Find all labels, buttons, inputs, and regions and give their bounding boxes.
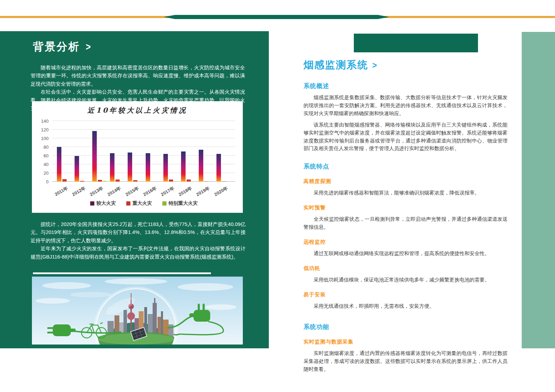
y-axis-tick: 100 (35, 136, 49, 141)
stats-paragraph: 据统计，2020年全国共接报火灾25.2万起，死亡1183人，受伤775人，直接… (31, 220, 246, 245)
x-axis-tick: 2018年 (178, 185, 193, 198)
overview-heading: 系统概述 (304, 82, 507, 90)
bar-较大火灾 (110, 153, 114, 182)
bar-重大火灾 (98, 180, 102, 182)
overview-paragraph: 该系统主要由智能烟感报警器、网络传输模块以及应用平台三大关键组件构成，系统能够实… (304, 121, 507, 153)
bar-group: 2019年 (197, 121, 215, 182)
chart-plot-area: 020406080100120140 2011年2012年2013年2014年2… (52, 121, 235, 182)
right-section-title: 烟感监测系统 > (304, 58, 507, 72)
eco-city-illustration (32, 277, 243, 345)
feature-title: 易于安装 (304, 291, 507, 298)
y-axis-tick: 20 (35, 171, 49, 176)
feature-body: 采用先进的烟雾传感器和智能算法，能够准确识别烟雾浓度，降低误报率。 (304, 189, 507, 197)
bar-group: 2011年 (55, 121, 72, 182)
x-axis-tick: 2012年 (71, 185, 87, 198)
bar-group: 2012年 (72, 121, 90, 182)
bar-重大火灾 (169, 180, 173, 182)
features-heading: 系统特点 (304, 162, 507, 171)
y-axis-tick: 60 (35, 153, 49, 158)
chart-bars: 2011年2012年2013年2014年2015年2016年2017年2018年… (52, 121, 235, 182)
feature-body: 采用低功耗通信模块，保证电池正常连续供电多年，减少频繁更换电池的需要。 (304, 276, 507, 284)
feature-body: 全天候监控烟雾状态，一旦检测到异常，立即启动声光警报，并通过多种通信渠道发送警报… (304, 215, 507, 231)
feature-title: 实时监测与数据采集 (304, 339, 507, 345)
background-analysis-panel: 背景分析 > 随着城市化进程的加快，高层建筑和高密度居住区的数量日益增长，火灾防… (0, 31, 269, 348)
x-axis-tick: 2011年 (53, 185, 69, 198)
intro-paragraph: 随着城市化进程的加快，高层建筑和高密度居住区的数量日益增长，火灾防控成为城市安全… (31, 64, 245, 88)
bar-group: 2015年 (126, 121, 144, 182)
fire-statistics-chart: 近10年较大以上火灾情况 020406080100120140 2011年201… (32, 101, 243, 213)
left-panel-title: 背景分析 > (33, 40, 92, 54)
eco-city-svg (32, 277, 243, 345)
feature-body: 采用无线通信技术，即插即用，无需布线，安装方便。 (304, 302, 507, 310)
bar-重大火灾 (187, 180, 191, 182)
bar-group: 2020年 (215, 121, 232, 182)
green-accent-block (354, 34, 478, 52)
feature-title: 实时预警 (304, 204, 507, 211)
bar-较大火灾 (199, 150, 203, 182)
x-axis-tick: 2017年 (160, 185, 176, 198)
bar-重大火灾 (62, 179, 67, 182)
bar-较大火灾 (128, 153, 132, 182)
chevron-right-icon: > (86, 41, 92, 52)
legend-label: 重大火灾 (133, 200, 152, 207)
statistics-paragraphs: 据统计，2020年全国共接报火灾25.2万起，死亡1183人，受伤775人，直接… (31, 220, 246, 261)
bar-group: 2018年 (179, 121, 197, 182)
bar-重大火灾 (80, 181, 84, 182)
feature-title: 低功耗 (304, 265, 507, 272)
legend-label: 较大火灾 (96, 200, 116, 207)
bar-group: 2016年 (144, 121, 161, 182)
bar-较大火灾 (181, 151, 186, 182)
bar-较大火灾 (75, 156, 79, 182)
bar-重大火灾 (222, 181, 226, 182)
functions-list: 实时监测与数据采集实时监测烟雾浓度，通过内置的传感器将烟雾浓度转化为可测量的电信… (304, 339, 507, 373)
right-section-title-text: 烟感监测系统 (304, 58, 368, 72)
left-panel-title-text: 背景分析 (33, 40, 80, 54)
overview-paragraph: 烟感监测系统是集数据采集、数据传输、大数据分析等信息技术于一体，针对火灾频发的现… (304, 94, 507, 117)
y-axis-tick: 40 (35, 162, 49, 167)
bar-重大火灾 (116, 180, 120, 182)
x-axis-tick: 2015年 (124, 185, 140, 198)
bar-特别重大火灾 (103, 181, 106, 182)
feature-body: 通过互联网或移动通信网络实现远程监控和管理，提高系统的便捷性和安全性。 (304, 250, 507, 258)
y-axis-tick: 0 (35, 179, 49, 184)
bar-较大火灾 (92, 131, 97, 182)
legend-swatch (90, 201, 94, 206)
feature-body: 实时监测烟雾浓度，通过内置的传感器将烟雾浓度转化为可测量的电信号，再经过数据采集… (304, 349, 507, 373)
bar-重大火灾 (133, 180, 137, 182)
chart-title: 近10年较大以上火灾情况 (32, 101, 243, 115)
bar-特别重大火灾 (138, 181, 142, 182)
bar-较大火灾 (216, 154, 221, 182)
bar-group: 2017年 (161, 121, 179, 182)
feature-title: 高精度探测 (304, 178, 507, 185)
stats-paragraph: 近年来为了减少火灾的发生，国家发布了一系列文件法规，在我国的火灾自动报警系统设计… (31, 245, 246, 261)
legend-swatch (162, 201, 166, 206)
x-axis-tick: 2014年 (106, 185, 122, 198)
legend-swatch (126, 201, 130, 206)
sage-side-strip (522, 32, 555, 348)
legend-item: 特别重大火灾 (162, 200, 198, 207)
legend-item: 重大火灾 (126, 200, 152, 207)
top-green-ribbon (164, 15, 389, 19)
brochure-page: 背景分析 > 随着城市化进程的加快，高层建筑和高密度居住区的数量日益增长，火灾防… (0, 0, 555, 392)
chevron-right-icon: > (372, 60, 377, 70)
bar-重大火灾 (204, 181, 208, 182)
bar-较大火灾 (146, 153, 150, 182)
chart-legend: 较大火灾重大火灾特别重大火灾 (52, 200, 236, 207)
y-axis-tick: 140 (35, 119, 49, 124)
smoke-monitoring-section: 烟感监测系统 > 系统概述 烟感监测系统是集数据采集、数据传输、大数据分析等信息… (304, 58, 507, 373)
legend-label: 特别重大火灾 (169, 200, 198, 207)
feature-title: 远程监控 (304, 239, 507, 245)
legend-item: 较大火灾 (90, 200, 116, 207)
x-axis-tick: 2020年 (213, 185, 229, 198)
y-axis-tick: 80 (35, 145, 49, 150)
features-list: 高精度探测采用先进的烟雾传感器和智能算法，能够准确识别烟雾浓度，降低误报率。实时… (304, 178, 507, 310)
y-axis-tick: 120 (35, 127, 49, 132)
bar-group: 2013年 (90, 121, 108, 182)
x-axis-tick: 2013年 (89, 185, 104, 198)
functions-heading: 系统功能 (304, 323, 507, 331)
x-axis-tick: 2019年 (195, 185, 211, 198)
x-axis-tick: 2016年 (142, 185, 157, 198)
divider-line (33, 272, 211, 274)
bar-较大火灾 (163, 154, 168, 182)
bar-较大火灾 (57, 147, 61, 182)
